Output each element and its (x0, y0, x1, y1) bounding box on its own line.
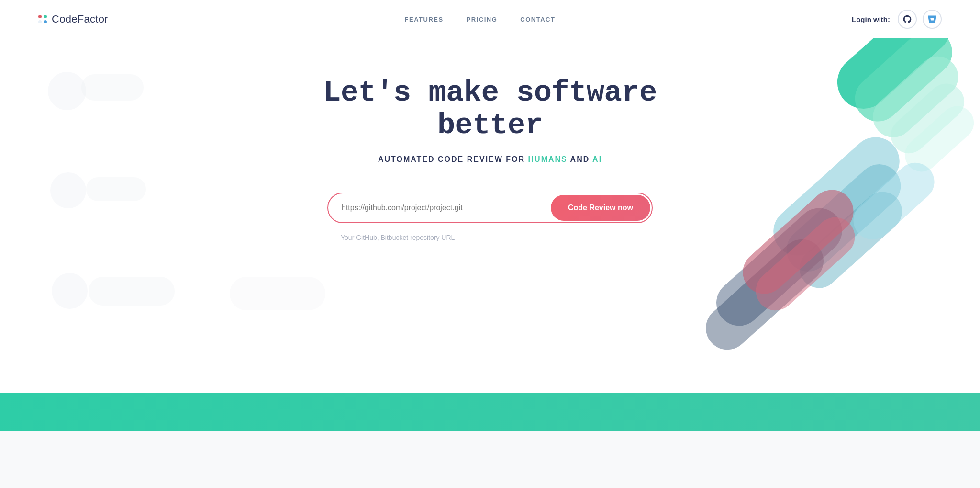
blob-4 (86, 177, 146, 201)
svg-rect-2 (865, 48, 967, 146)
blob-1 (48, 72, 86, 110)
nav-item-features[interactable]: FEATURES (405, 15, 444, 23)
logo-text: CodeFactor (52, 13, 108, 25)
code-review-button[interactable]: Code Review now (551, 195, 650, 221)
github-login-button[interactable] (898, 10, 917, 29)
blob-3 (50, 172, 86, 208)
dot-blue (44, 20, 47, 23)
svg-rect-11 (748, 209, 863, 318)
nav-item-pricing[interactable]: PRICING (467, 15, 498, 23)
bitbucket-login-button[interactable] (923, 10, 942, 29)
svg-rect-12 (846, 155, 942, 247)
login-with-label: Login with: (852, 15, 890, 23)
subtitle-ai: AI (592, 155, 602, 163)
nav-link-contact[interactable]: CONTACT (520, 16, 555, 23)
cta-row: Code Review now (327, 193, 653, 223)
hero-title: Let's make software better (284, 77, 696, 142)
cta-container: Code Review now Your GitHub, Bitbucket r… (327, 193, 653, 241)
subtitle-before: AUTOMATED CODE REVIEW FOR (378, 155, 528, 163)
svg-rect-0 (826, 38, 961, 120)
dot-green (44, 15, 47, 18)
nav-link-features[interactable]: FEATURES (405, 16, 444, 23)
blob-7 (230, 277, 325, 310)
bottom-bar (0, 393, 980, 431)
dot-red (38, 15, 42, 18)
nav-item-contact[interactable]: CONTACT (520, 15, 555, 23)
logo[interactable]: CodeFactor (38, 13, 108, 25)
svg-rect-8 (707, 199, 851, 335)
bitbucket-icon (927, 14, 937, 24)
svg-rect-4 (898, 99, 980, 179)
svg-rect-1 (846, 38, 961, 131)
github-icon (902, 14, 912, 24)
hero-graphic (664, 38, 980, 393)
nav-links: FEATURES PRICING CONTACT (405, 15, 556, 23)
svg-rect-7 (791, 184, 910, 296)
hero-content: Let's make software better AUTOMATED COD… (275, 77, 705, 241)
hero-subtitle: AUTOMATED CODE REVIEW FOR HUMANS AND AI (284, 155, 696, 164)
svg-rect-9 (697, 230, 832, 359)
svg-rect-10 (734, 181, 862, 303)
subtitle-middle: AND (568, 155, 592, 163)
nav-right: Login with: (852, 10, 942, 29)
cta-hint: Your GitHub, Bitbucket repository URL (327, 234, 455, 241)
blob-2 (81, 74, 144, 101)
navigation: CodeFactor FEATURES PRICING CONTACT Logi… (0, 0, 980, 38)
svg-rect-5 (764, 127, 910, 265)
blob-6 (89, 277, 175, 306)
svg-rect-3 (883, 76, 971, 160)
dot-light (38, 20, 42, 23)
nav-link-pricing[interactable]: PRICING (467, 16, 498, 23)
subtitle-humans: HUMANS (528, 155, 568, 163)
logo-icon (38, 15, 47, 23)
blob-5 (52, 273, 88, 309)
hero-section: Let's make software better AUTOMATED COD… (0, 38, 980, 393)
repo-url-input[interactable] (328, 195, 549, 221)
svg-rect-6 (778, 156, 910, 281)
